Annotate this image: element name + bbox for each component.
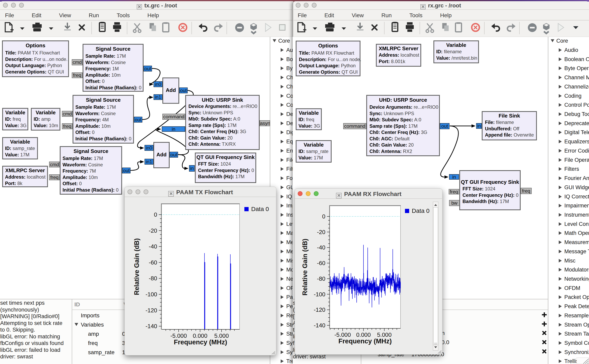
svg-text:-100: -100 — [314, 291, 325, 298]
svg-text:-40: -40 — [317, 244, 325, 251]
svg-text:-5.000: -5.000 — [335, 332, 351, 338]
svg-text:-20: -20 — [317, 229, 325, 235]
svg-text:0.000: 0.000 — [356, 332, 371, 338]
svg-text:Frequency (MHz): Frequency (MHz) — [338, 337, 392, 345]
svg-text:5.000: 5.000 — [377, 332, 392, 338]
svg-text:Relative Gain (dB): Relative Gain (dB) — [301, 239, 308, 296]
svg-text:0: 0 — [322, 213, 325, 220]
svg-text:Data 0: Data 0 — [412, 208, 429, 214]
svg-text:-140: -140 — [314, 322, 325, 329]
svg-text:-120: -120 — [314, 306, 325, 313]
svg-text:-80: -80 — [317, 275, 325, 282]
svg-text:-60: -60 — [317, 260, 325, 266]
